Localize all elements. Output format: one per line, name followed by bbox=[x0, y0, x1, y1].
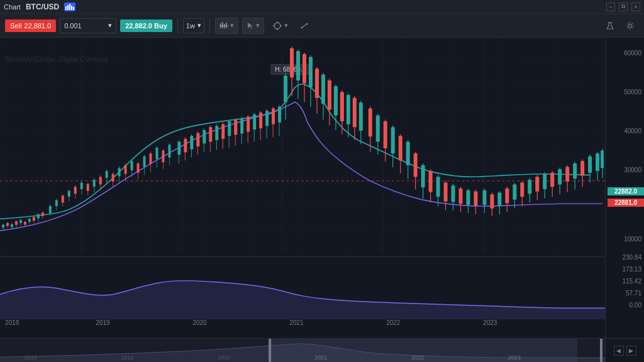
svg-rect-50 bbox=[55, 200, 58, 206]
svg-rect-214 bbox=[600, 339, 602, 362]
chart-canvas[interactable]: Bitcoin/USDollar, Digital Currency H: 68… bbox=[0, 38, 605, 338]
gear-icon bbox=[626, 21, 635, 30]
svg-rect-66 bbox=[106, 171, 108, 178]
draw-icon bbox=[301, 21, 309, 30]
svg-rect-174 bbox=[466, 190, 470, 205]
svg-rect-86 bbox=[168, 145, 170, 157]
price-50000: 50000 bbox=[624, 89, 641, 96]
toolbar-right bbox=[601, 18, 639, 34]
ask-badge: 22881.0 bbox=[608, 199, 644, 207]
buy-button[interactable]: 22,882.0 Buy bbox=[120, 19, 172, 32]
svg-rect-6 bbox=[222, 22, 223, 28]
timeframe-select[interactable]: 1w ▾ bbox=[183, 18, 204, 33]
nav-2021: 2021 bbox=[314, 354, 327, 361]
close-button[interactable]: × bbox=[631, 3, 640, 11]
price-10000: 10000 bbox=[624, 236, 641, 243]
indicators-chevron: ▾ bbox=[230, 21, 234, 30]
svg-rect-78 bbox=[143, 156, 146, 167]
nav-back-button[interactable]: ◀ bbox=[614, 346, 624, 356]
svg-rect-156 bbox=[399, 136, 402, 160]
svg-rect-36 bbox=[19, 220, 22, 223]
nav-forward-button[interactable]: ▶ bbox=[626, 346, 636, 356]
svg-rect-160 bbox=[414, 153, 418, 177]
svg-rect-90 bbox=[184, 139, 187, 152]
svg-rect-70 bbox=[118, 168, 121, 176]
indicators-icon bbox=[219, 21, 228, 30]
price-230: 230.84 bbox=[622, 253, 641, 260]
svg-rect-128 bbox=[303, 54, 306, 84]
crosshair-button[interactable]: ▾ bbox=[268, 18, 292, 34]
restore-button[interactable]: ⧉ bbox=[619, 3, 628, 11]
step-chevron: ▾ bbox=[108, 21, 112, 30]
sell-price: 22,881.0 bbox=[24, 22, 51, 30]
timeframe-value: 1w bbox=[186, 22, 195, 30]
svg-rect-116 bbox=[265, 111, 269, 126]
svg-rect-118 bbox=[272, 109, 275, 124]
time-2023: 2023 bbox=[483, 319, 497, 326]
time-2020: 2020 bbox=[192, 319, 206, 326]
price-173: 173.13 bbox=[622, 266, 641, 273]
step-value: 0.001 bbox=[64, 22, 82, 30]
price-40000: 40000 bbox=[624, 128, 641, 134]
svg-rect-180 bbox=[490, 194, 494, 208]
svg-rect-124 bbox=[290, 48, 294, 78]
svg-rect-106 bbox=[234, 120, 237, 134]
svg-point-16 bbox=[301, 26, 303, 28]
step-input[interactable]: 0.001 ▾ bbox=[60, 18, 116, 33]
svg-rect-32 bbox=[11, 224, 13, 228]
settings-button[interactable] bbox=[621, 18, 639, 34]
price-57: 57.71 bbox=[626, 290, 641, 297]
svg-rect-82 bbox=[155, 148, 158, 160]
navigator[interactable]: 2018 2019 2020 2021 2022 2023 ◀ ▶ bbox=[0, 338, 644, 362]
main-chart-row: Bitcoin/USDollar, Digital Currency H: 68… bbox=[0, 38, 644, 338]
flask-button[interactable] bbox=[601, 18, 619, 34]
svg-rect-130 bbox=[309, 57, 313, 87]
svg-rect-112 bbox=[253, 114, 256, 129]
indicators-button[interactable]: ▾ bbox=[215, 18, 238, 34]
nav-2020: 2020 bbox=[218, 354, 230, 361]
minimize-button[interactable]: − bbox=[606, 3, 615, 11]
svg-rect-38 bbox=[24, 222, 26, 225]
svg-rect-206 bbox=[588, 156, 592, 173]
bid-badge: 22882.0 bbox=[608, 187, 644, 195]
svg-rect-30 bbox=[6, 223, 9, 226]
price-60000: 60000 bbox=[624, 49, 641, 56]
svg-rect-146 bbox=[359, 102, 363, 131]
svg-rect-94 bbox=[196, 133, 199, 146]
svg-rect-96 bbox=[203, 130, 206, 143]
svg-rect-192 bbox=[535, 177, 539, 191]
svg-rect-72 bbox=[125, 165, 127, 174]
svg-rect-120 bbox=[278, 107, 281, 123]
svg-rect-108 bbox=[240, 118, 243, 133]
sell-label: Sell bbox=[10, 22, 21, 30]
svg-rect-84 bbox=[162, 151, 164, 163]
svg-rect-208 bbox=[596, 153, 599, 171]
svg-rect-56 bbox=[74, 187, 77, 194]
cursor-icon bbox=[247, 22, 254, 30]
title-bar-left: Chart BTC/USD bbox=[4, 3, 75, 11]
navigator-chart[interactable]: 2018 2019 2020 2021 2022 2023 bbox=[0, 339, 605, 362]
cursor-button[interactable]: ▾ bbox=[242, 18, 264, 34]
chart-svg bbox=[0, 38, 605, 254]
svg-rect-60 bbox=[87, 184, 89, 191]
separator-1 bbox=[177, 18, 178, 33]
svg-rect-144 bbox=[353, 98, 357, 128]
svg-rect-198 bbox=[558, 169, 562, 184]
svg-rect-134 bbox=[321, 75, 325, 104]
flask-icon bbox=[606, 21, 614, 30]
chart-type-icon[interactable] bbox=[64, 3, 75, 11]
toolbar: Sell 22,881.0 0.001 ▾ 22,882.0 Buy 1w ▾ … bbox=[0, 14, 644, 38]
svg-rect-186 bbox=[513, 184, 516, 199]
svg-rect-136 bbox=[328, 80, 331, 110]
time-2018: 2018 bbox=[5, 319, 19, 326]
time-2022: 2022 bbox=[386, 319, 400, 326]
svg-line-15 bbox=[302, 24, 307, 28]
sell-button[interactable]: Sell 22,881.0 bbox=[5, 19, 56, 32]
svg-point-19 bbox=[629, 24, 632, 27]
svg-rect-44 bbox=[37, 214, 40, 219]
svg-rect-150 bbox=[376, 116, 380, 142]
svg-rect-54 bbox=[68, 191, 70, 197]
draw-button[interactable] bbox=[296, 18, 314, 34]
svg-rect-100 bbox=[215, 126, 218, 140]
svg-rect-104 bbox=[228, 121, 231, 136]
